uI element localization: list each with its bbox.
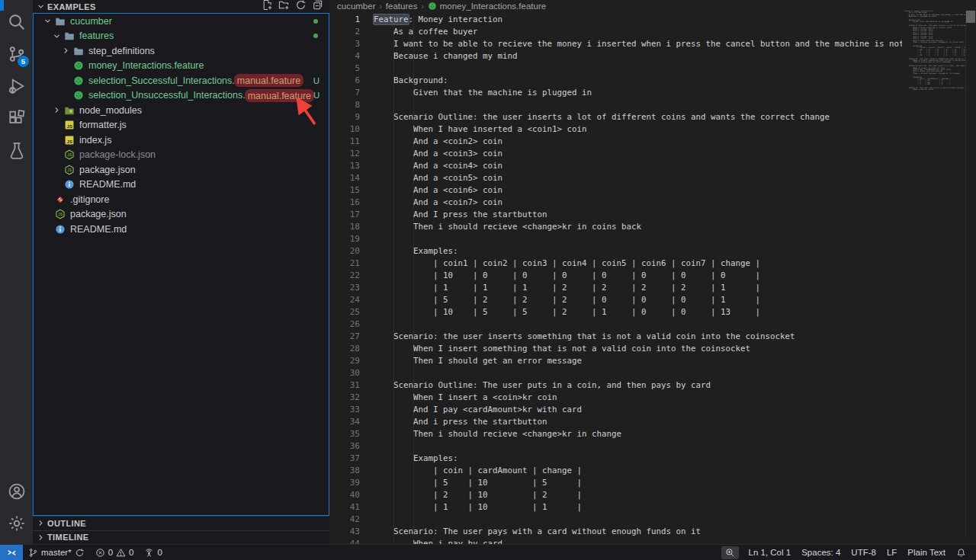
code-line-42[interactable]: 42 (329, 514, 902, 526)
refresh-icon[interactable] (295, 0, 307, 14)
search-icon[interactable] (0, 6, 33, 38)
code-line-5[interactable]: 5 (329, 62, 902, 75)
line-content: And a <coin6> coin (360, 184, 502, 197)
panel-outline[interactable]: OUTLINE (33, 516, 329, 530)
panel-timeline[interactable]: TIMELINE (33, 530, 329, 545)
status-encoding[interactable]: UTF-8 (846, 548, 881, 557)
line-number: 38 (329, 465, 360, 477)
explorer-title: EXAMPLES (47, 2, 96, 11)
accounts-icon[interactable] (0, 475, 33, 507)
chevron-right-icon[interactable] (59, 46, 72, 55)
code-line-2[interactable]: 2 As a coffee buyer (329, 26, 902, 38)
code-line-37[interactable]: 37 Examples: (329, 453, 902, 465)
breadcrumb-item[interactable]: money_Interactions.feature (428, 2, 546, 11)
tree-item-package-lock-json[interactable]: JSpackage-lock.json (34, 148, 329, 163)
tree-item-package-json[interactable]: JSpackage.json (34, 207, 329, 222)
status-problems[interactable]: 00 (90, 545, 140, 560)
tree-item-package-json[interactable]: JSpackage.json (34, 162, 329, 178)
remote-indicator[interactable] (0, 545, 23, 560)
code-line-22[interactable]: 22 | 10 | 0 | 0 | 0 | 0 | 0 | 0 | 0 | (329, 270, 902, 282)
code-line-4[interactable]: 4 Because i changed my mind (329, 50, 902, 62)
status-branch-status[interactable]: master* (23, 545, 90, 560)
status-notifications[interactable] (951, 548, 971, 558)
tree-item-formatter-js[interactable]: JSformatter.js (34, 118, 329, 133)
status-zoom-toggle[interactable] (721, 546, 739, 559)
settings-icon[interactable] (0, 507, 33, 539)
code-line-16[interactable]: 16 And a <coin7> coin (329, 197, 902, 209)
code-line-24[interactable]: 24 | 5 | 2 | 2 | 2 | 0 | 0 | 0 | 1 | (329, 294, 902, 306)
code-line-44[interactable]: 44 When i pay by card (329, 538, 902, 544)
code-line-1[interactable]: 1Feature: Money interaction (329, 14, 902, 26)
tree-item-readme-md[interactable]: README.md (34, 222, 329, 237)
chevron-down-icon[interactable] (37, 2, 45, 11)
chevron-down-icon[interactable] (41, 17, 53, 25)
collapse-all-icon[interactable] (312, 0, 323, 14)
code-area[interactable]: 1Feature: Money interaction2 As a coffee… (329, 14, 902, 544)
code-line-40[interactable]: 40 | 2 | 10 | 2 | (329, 489, 902, 501)
code-line-11[interactable]: 11 And a <coin2> coin (329, 136, 902, 148)
new-folder-icon[interactable] (278, 0, 290, 14)
code-line-18[interactable]: 18 Then i should recieve <change>kr in c… (329, 221, 902, 233)
code-line-7[interactable]: 7 Given that the machine is plugged in (329, 87, 902, 99)
tree-item-money-interactions-feature[interactable]: money_Interactions.feature (34, 59, 329, 74)
tree-item--gitignore[interactable]: .gitignore (34, 192, 329, 207)
tree-item-node-modules[interactable]: node_modules (34, 103, 329, 118)
code-line-20[interactable]: 20 Examples: (329, 245, 902, 258)
code-line-32[interactable]: 32 When I insert a <coin>kr coin (329, 392, 902, 404)
code-line-39[interactable]: 39 | 5 | 10 | 5 | (329, 477, 902, 489)
code-line-10[interactable]: 10 When I have inserted a <coin1> coin (329, 123, 902, 136)
testing-icon[interactable] (0, 134, 33, 166)
tree-item-step-definitions[interactable]: step_definitions (34, 43, 329, 59)
code-line-38[interactable]: 38 | coin | cardAmount | change | (329, 465, 902, 477)
extensions-icon[interactable] (0, 102, 33, 134)
code-line-17[interactable]: 17 And I press the startbutton (329, 209, 902, 221)
code-line-30[interactable]: 30 (329, 367, 902, 379)
code-line-3[interactable]: 3 I want to be able to recieve the money… (329, 38, 902, 50)
minimap[interactable]: Feature: Money interaction As a coffee b… (904, 11, 965, 536)
code-line-25[interactable]: 25 | 10 | 5 | 5 | 2 | 1 | 0 | 0 | 13 | (329, 306, 902, 318)
chevron-right-icon[interactable] (50, 106, 63, 114)
code-line-21[interactable]: 21 | coin1 | coin2 | coin3 | coin4 | coi… (329, 258, 902, 270)
chevron-down-icon[interactable] (50, 32, 63, 40)
tree-item-index-js[interactable]: JSindex.js (34, 133, 329, 148)
tree-item-selection-unsuccessful-interactions-[interactable]: selection_Unsuccessful_Interactions.manu… (34, 88, 329, 104)
code-line-34[interactable]: 34 And i press the startbutton (329, 416, 902, 428)
tree-item-features[interactable]: features (34, 29, 329, 44)
code-line-36[interactable]: 36 (329, 440, 902, 453)
new-file-icon[interactable] (262, 0, 273, 14)
code-line-33[interactable]: 33 And I pay <cardAmount>kr with card (329, 404, 902, 416)
code-line-43[interactable]: 43 Scenario: The user pays with a card w… (329, 526, 902, 538)
cucumber-icon (72, 75, 85, 86)
code-line-12[interactable]: 12 And a <coin3> coin (329, 148, 902, 160)
code-line-19[interactable]: 19 (329, 233, 902, 245)
status-language-mode[interactable]: Plain Text (902, 548, 951, 557)
status-eol[interactable]: LF (881, 548, 902, 557)
code-line-27[interactable]: 27 Scenario: the user inserts something … (329, 331, 902, 343)
code-line-26[interactable]: 26 (329, 318, 902, 331)
code-line-14[interactable]: 14 And a <coin5> coin (329, 172, 902, 184)
scrollbar-thumb[interactable] (966, 11, 975, 23)
breadcrumb-item[interactable]: cucumber (337, 2, 376, 11)
code-line-13[interactable]: 13 And a <coin4> coin (329, 160, 902, 172)
source-control-icon[interactable]: 5 (0, 38, 33, 70)
tree-item-readme-md[interactable]: README.md (34, 178, 329, 193)
code-line-15[interactable]: 15 And a <coin6> coin (329, 184, 902, 197)
scrollbar[interactable] (965, 11, 976, 536)
code-line-31[interactable]: 31 Scenario Outline: The user puts in a … (329, 379, 902, 392)
code-line-8[interactable]: 8 (329, 99, 902, 111)
code-line-29[interactable]: 29 Then I should get an error message (329, 355, 902, 367)
code-line-23[interactable]: 23 | 1 | 1 | 1 | 2 | 2 | 2 | 2 | 1 | (329, 282, 902, 294)
code-line-28[interactable]: 28 When I insert something that is not a… (329, 343, 902, 355)
run-debug-icon[interactable] (0, 70, 33, 102)
code-line-9[interactable]: 9 Scenario Outline: the user inserts a l… (329, 111, 902, 123)
line-content (360, 367, 374, 379)
breadcrumb-item[interactable]: features (386, 2, 418, 11)
code-line-35[interactable]: 35 Then i should recieve <change>kr in c… (329, 428, 902, 440)
status-ports[interactable]: 0 (139, 545, 167, 560)
code-line-41[interactable]: 41 | 1 | 10 | 1 | (329, 501, 902, 514)
status-cursor-position[interactable]: Ln 1, Col 1 (743, 548, 797, 557)
tree-item-selection-successful-interactions-[interactable]: selection_Successful_Interactions.manual… (34, 73, 329, 88)
code-line-6[interactable]: 6 Background: (329, 75, 902, 87)
status-indentation[interactable]: Spaces: 4 (796, 548, 846, 557)
tree-item-cucumber[interactable]: cucumber (34, 14, 329, 29)
